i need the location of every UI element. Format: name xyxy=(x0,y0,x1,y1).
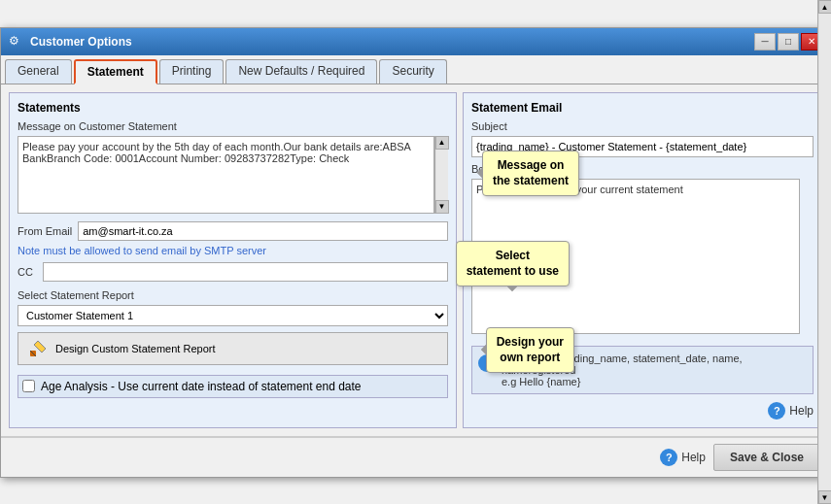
bottom-section: ? Help Save & Close xyxy=(1,436,830,477)
right-panel-bottom: ? Help xyxy=(471,402,814,420)
subject-label: Subject xyxy=(471,120,814,132)
right-panel-title: Statement Email xyxy=(471,101,814,115)
right-help-icon: ? xyxy=(768,402,785,420)
age-analysis-row: Age Analysis - Use current date instead … xyxy=(17,375,448,398)
design-btn-label: Design Custom Statement Report xyxy=(55,343,215,354)
window-title: Customer Options xyxy=(30,35,132,49)
body-scroll-up[interactable]: ▲ xyxy=(818,0,832,14)
from-email-label: From Email xyxy=(17,225,72,237)
help-label: Help xyxy=(681,451,706,464)
tab-printing[interactable]: Printing xyxy=(159,59,225,84)
callout-select: Select statement to use xyxy=(456,241,570,287)
title-bar: ⚙ Customer Options ─ □ ✕ xyxy=(1,28,830,55)
content: Statements Message on Customer Statement… xyxy=(1,84,830,436)
scroll-down-btn[interactable]: ▼ xyxy=(435,200,449,214)
message-scrollbar: ▲ ▼ xyxy=(434,136,448,214)
left-panel-title: Statements xyxy=(17,101,448,115)
callout-message: Message on the statement xyxy=(482,151,579,197)
design-icon xyxy=(26,337,50,360)
help-button[interactable]: ? Help xyxy=(660,449,706,466)
tab-statement[interactable]: Statement xyxy=(74,59,157,84)
age-analysis-label: Age Analysis - Use current date instead … xyxy=(41,380,362,393)
bottom-bar: ? Help Save & Close xyxy=(1,437,830,477)
from-email-input[interactable] xyxy=(78,221,448,241)
title-bar-left: ⚙ Customer Options xyxy=(9,34,132,50)
select-statement-container: Select Statement Report Customer Stateme… xyxy=(17,289,448,332)
message-container: ▲ ▼ Message on the statement xyxy=(17,136,448,214)
cc-row: CC xyxy=(17,262,448,282)
smtp-note: Note must be allowed to send email by SM… xyxy=(17,245,448,256)
from-email-row: From Email xyxy=(17,221,448,241)
body-scroll-track xyxy=(819,14,831,490)
minimize-button[interactable]: ─ xyxy=(754,33,776,50)
right-help-button[interactable]: ? Help xyxy=(768,402,814,420)
main-area: Statements Message on Customer Statement… xyxy=(9,92,822,428)
body-scroll-down[interactable]: ▼ xyxy=(818,490,832,504)
window: ⚙ Customer Options ─ □ ✕ General Stateme… xyxy=(0,27,831,478)
body-scrollbar: ▲ ▼ xyxy=(817,0,831,504)
title-buttons: ─ □ ✕ xyxy=(754,33,822,50)
left-panel: Statements Message on Customer Statement… xyxy=(9,92,457,428)
cc-label: CC xyxy=(17,266,37,278)
maximize-button[interactable]: □ xyxy=(778,33,799,50)
design-btn-container: Design Custom Statement Report Design yo… xyxy=(17,332,448,365)
app-icon: ⚙ xyxy=(9,34,24,50)
help-icon: ? xyxy=(660,449,677,466)
select-statement-dropdown[interactable]: Customer Statement 1 xyxy=(17,305,448,326)
cc-input[interactable] xyxy=(43,262,448,282)
scroll-track xyxy=(436,150,448,200)
message-textarea[interactable] xyxy=(17,136,434,214)
select-statement-label: Select Statement Report xyxy=(17,289,448,301)
tab-bar: General Statement Printing New Defaults … xyxy=(1,55,830,84)
tab-general[interactable]: General xyxy=(5,59,72,84)
age-analysis-checkbox[interactable] xyxy=(22,380,35,392)
save-close-button[interactable]: Save & Close xyxy=(713,444,820,471)
callout-design: Design your own report xyxy=(486,327,574,374)
design-custom-report-button[interactable]: Design Custom Statement Report xyxy=(17,332,448,365)
pencil-ruler-icon xyxy=(28,339,48,358)
right-help-label: Help xyxy=(789,404,814,418)
tab-new-defaults[interactable]: New Defaults / Required xyxy=(225,59,377,84)
message-section-label: Message on Customer Statement xyxy=(17,120,448,132)
tab-security[interactable]: Security xyxy=(379,59,446,84)
scroll-up-btn[interactable]: ▲ xyxy=(435,136,449,150)
